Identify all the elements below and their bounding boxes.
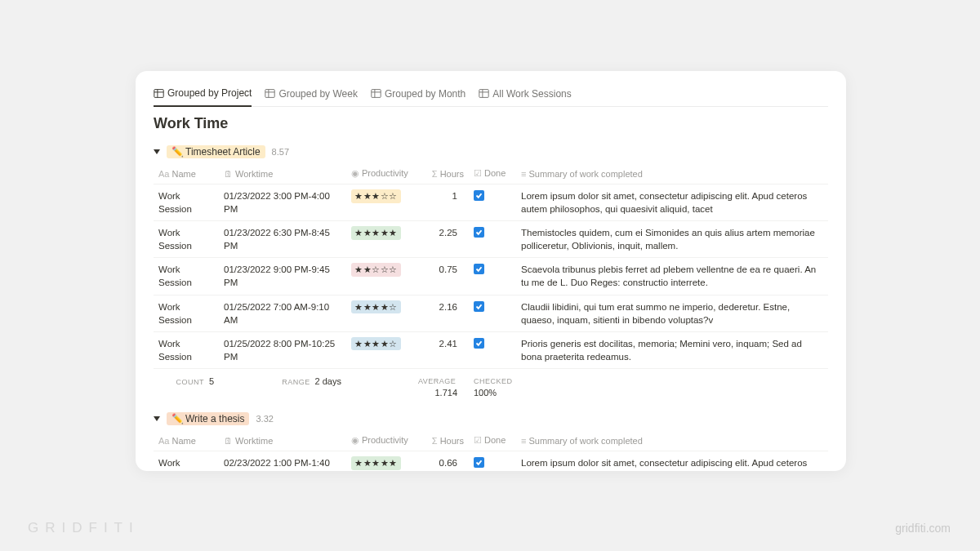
cell-productivity[interactable]: ★★★☆☆ (346, 184, 413, 221)
collapse-toggle[interactable] (154, 149, 160, 154)
cell-worktime[interactable]: 02/23/2022 1:00 PM-1:40 PM (219, 451, 346, 471)
checkbox-checked[interactable] (474, 338, 484, 349)
cell-hours[interactable]: 0.75 (413, 258, 469, 295)
cell-productivity[interactable]: ★★★★★ (346, 451, 413, 471)
checkbox-checked[interactable] (474, 264, 484, 274)
cell-summary[interactable]: Scaevola tribunus plebis ferret ad plebe… (516, 258, 828, 295)
table-row[interactable]: Work Session01/23/2022 9:00 PM-9:45 PM★★… (154, 258, 828, 295)
cell-summary[interactable]: Lorem ipsum dolor sit amet, consectetur … (516, 184, 828, 221)
cell-hours[interactable]: 2.41 (413, 331, 469, 368)
sessions-table: AaName 🗓Worktime ◉Productivity ΣHours ☑D… (154, 163, 828, 407)
cell-worktime[interactable]: 01/25/2022 7:00 AM-9:10 AM (219, 295, 346, 331)
svg-rect-0 (154, 89, 163, 97)
cell-worktime[interactable]: 01/25/2022 8:00 PM-10:25 PM (219, 331, 346, 368)
table-row[interactable]: Work Session02/23/2022 1:00 PM-1:40 PM★★… (154, 451, 828, 471)
cell-done[interactable] (469, 258, 516, 295)
group-tag[interactable]: ✏️ Timesheet Article (167, 145, 265, 158)
col-worktime[interactable]: 🗓Worktime (219, 163, 346, 184)
group-score: 3.32 (256, 414, 273, 424)
cell-name[interactable]: Work Session (154, 295, 219, 331)
pencil-icon: ✏️ (172, 146, 184, 158)
table-icon (154, 88, 164, 99)
cell-summary[interactable]: Lorem ipsum dolor sit amet, consectetur … (516, 451, 828, 471)
cell-done[interactable] (469, 184, 516, 221)
tab-grouped-week[interactable]: Grouped by Week (265, 85, 358, 106)
checkbox-checked[interactable] (474, 457, 484, 468)
collapse-toggle[interactable] (154, 416, 160, 421)
tab-all-sessions[interactable]: All Work Sessions (479, 85, 571, 106)
database-card: Grouped by Project Grouped by Week Group… (136, 71, 846, 471)
cell-done[interactable] (469, 331, 516, 368)
sessions-table: AaName 🗓Worktime ◉Productivity ΣHours ☑D… (154, 430, 828, 471)
group-header: ✏️ Timesheet Article 8.57 (154, 140, 828, 163)
cell-done[interactable] (469, 221, 516, 258)
cell-productivity[interactable]: ★★★★☆ (346, 331, 413, 368)
svg-rect-3 (265, 90, 274, 98)
cell-summary[interactable]: Claudii libidini, qui tum erat summo ne … (516, 295, 828, 331)
tab-label: Grouped by Week (278, 88, 358, 100)
checkbox-checked[interactable] (474, 301, 484, 312)
group-header: ✏️ Write a thesis 3.32 (154, 407, 828, 430)
tab-grouped-month[interactable]: Grouped by Month (371, 85, 466, 106)
col-summary[interactable]: ≡Summary of work completed (516, 163, 828, 184)
col-name[interactable]: AaName (154, 163, 219, 184)
cell-worktime[interactable]: 01/23/2022 3:00 PM-4:00 PM (219, 184, 346, 221)
cell-productivity[interactable]: ★★☆☆☆ (346, 258, 413, 295)
table-icon (479, 88, 489, 99)
page-title: Work Time (154, 115, 828, 132)
cell-hours[interactable]: 2.16 (413, 295, 469, 331)
col-hours[interactable]: ΣHours (413, 163, 469, 184)
productivity-badge: ★★★★☆ (351, 337, 401, 351)
productivity-badge: ★★★★★ (351, 456, 401, 470)
productivity-badge: ★★☆☆☆ (351, 263, 401, 277)
table-row[interactable]: Work Session01/25/2022 8:00 PM-10:25 PM★… (154, 331, 828, 368)
cell-productivity[interactable]: ★★★★★ (346, 221, 413, 258)
checkbox-checked[interactable] (474, 227, 484, 238)
cell-name[interactable]: Work Session (154, 184, 219, 221)
tab-label: All Work Sessions (492, 88, 571, 100)
col-done[interactable]: ☑Done (469, 163, 516, 184)
cell-hours[interactable]: 1 (413, 184, 469, 221)
svg-rect-9 (479, 90, 488, 98)
cell-name[interactable]: Work Session (154, 331, 219, 368)
cell-name[interactable]: Work Session (154, 451, 219, 471)
cell-productivity[interactable]: ★★★★☆ (346, 295, 413, 331)
checkbox-checked[interactable] (474, 190, 484, 201)
col-summary[interactable]: ≡Summary of work completed (516, 430, 828, 451)
group-tag[interactable]: ✏️ Write a thesis (167, 412, 249, 425)
cell-worktime[interactable]: 01/23/2022 6:30 PM-8:45 PM (219, 221, 346, 258)
group-title: Write a thesis (185, 413, 244, 424)
col-name[interactable]: AaName (154, 430, 219, 451)
productivity-badge: ★★★★☆ (351, 300, 401, 314)
col-hours[interactable]: ΣHours (413, 430, 469, 451)
pencil-icon: ✏️ (172, 413, 184, 424)
svg-rect-6 (372, 90, 381, 98)
cell-name[interactable]: Work Session (154, 258, 219, 295)
tab-label: Grouped by Month (385, 88, 466, 100)
cell-hours[interactable]: 0.66 (413, 451, 469, 471)
col-productivity[interactable]: ◉Productivity (346, 163, 413, 184)
productivity-badge: ★★★☆☆ (351, 189, 401, 203)
cell-done[interactable] (469, 295, 516, 331)
tab-grouped-project[interactable]: Grouped by Project (154, 84, 252, 107)
cell-hours[interactable]: 2.25 (413, 221, 469, 258)
cell-summary[interactable]: Prioris generis est docilitas, memoria; … (516, 331, 828, 368)
group-title: Timesheet Article (185, 146, 261, 158)
cell-summary[interactable]: Themistocles quidem, cum ei Simonides an… (516, 221, 828, 258)
col-worktime[interactable]: 🗓Worktime (219, 430, 346, 451)
cell-name[interactable]: Work Session (154, 221, 219, 258)
watermark-url: gridfiti.com (895, 522, 951, 535)
col-done[interactable]: ☑Done (469, 430, 516, 451)
cell-worktime[interactable]: 01/23/2022 9:00 PM-9:45 PM (219, 258, 346, 295)
table-row[interactable]: Work Session01/25/2022 7:00 AM-9:10 AM★★… (154, 295, 828, 331)
table-icon (265, 88, 275, 99)
cell-done[interactable] (469, 451, 516, 471)
group-score: 8.57 (272, 147, 289, 157)
tab-label: Grouped by Project (167, 87, 252, 99)
group-summary-row: COUNT 5 RANGE 2 days AVERAGE 1.714 CHECK… (154, 368, 828, 407)
table-row[interactable]: Work Session01/23/2022 3:00 PM-4:00 PM★★… (154, 184, 828, 221)
col-productivity[interactable]: ◉Productivity (346, 430, 413, 451)
table-row[interactable]: Work Session01/23/2022 6:30 PM-8:45 PM★★… (154, 221, 828, 258)
productivity-badge: ★★★★★ (351, 226, 401, 240)
view-tabs: Grouped by Project Grouped by Week Group… (154, 84, 828, 107)
